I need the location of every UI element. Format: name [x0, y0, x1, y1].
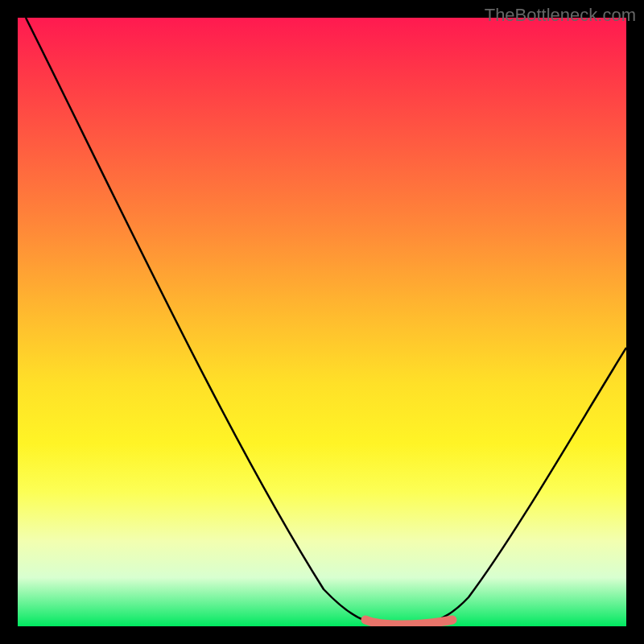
bottleneck-curve-path: [26, 18, 626, 625]
bottleneck-chart: [18, 18, 626, 626]
watermark-text: TheBottleneck.com: [485, 5, 636, 26]
flat-region-marker: [365, 620, 452, 625]
chart-svg: [18, 18, 626, 626]
